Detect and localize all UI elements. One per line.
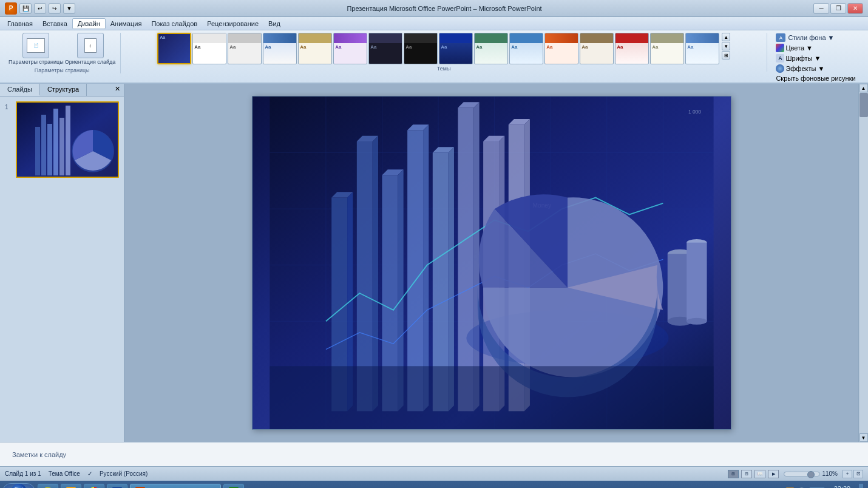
app-logo: P bbox=[5, 2, 17, 15]
taskbar-word[interactable]: W bbox=[107, 484, 127, 488]
zoom-in-btn[interactable]: + bbox=[843, 470, 852, 478]
menu-design[interactable]: Дизайн bbox=[72, 18, 106, 29]
quick-access-customize[interactable]: ▼ bbox=[63, 3, 75, 14]
menu-home[interactable]: Главная bbox=[2, 19, 38, 29]
theme-15[interactable]: Аа bbox=[650, 33, 684, 64]
reading-view-btn[interactable]: 📖 bbox=[754, 470, 765, 478]
main-slide-area: Money 1 000 bbox=[124, 84, 858, 442]
effects-button[interactable]: Эффекты ▼ bbox=[773, 64, 827, 73]
language-status: Русский (Россия) bbox=[100, 470, 147, 477]
menu-animation[interactable]: Анимация bbox=[106, 19, 147, 29]
theme-6[interactable]: Аа bbox=[333, 33, 367, 64]
slide-chart-svg: Money 1 000 bbox=[253, 97, 731, 429]
zoom-slider[interactable] bbox=[784, 472, 820, 476]
slide-canvas[interactable]: Money 1 000 bbox=[252, 96, 731, 430]
theme-9[interactable]: Аа bbox=[439, 33, 473, 64]
panel-tabs: Слайды Структура ✕ bbox=[0, 84, 124, 97]
svg-rect-6 bbox=[66, 106, 70, 175]
hide-bg-button[interactable]: Скрыть фоновые рисунки bbox=[773, 74, 858, 83]
menu-slideshow[interactable]: Показ слайдов bbox=[146, 19, 202, 29]
status-bar: Слайд 1 из 1 Тема Office ✓ Русский (Росс… bbox=[0, 466, 868, 481]
taskbar-powerpoint[interactable]: P Презентация Microsoft... bbox=[130, 484, 221, 488]
slideshow-btn[interactable]: ▶ bbox=[768, 470, 779, 478]
slide-thumbnails: 1 bbox=[0, 97, 124, 442]
theme-scroll-down[interactable]: ▼ bbox=[722, 42, 730, 50]
taskbar-chrome[interactable] bbox=[84, 484, 104, 488]
theme-16[interactable]: Аа bbox=[685, 33, 719, 64]
theme-4[interactable]: Аа bbox=[263, 33, 297, 64]
show-desktop-button[interactable] bbox=[860, 484, 863, 488]
svg-rect-2 bbox=[41, 115, 46, 175]
system-clock[interactable]: 22:39 30.09.2016 bbox=[829, 485, 856, 488]
hide-bg-label: Скрыть фоновые рисунки bbox=[776, 75, 855, 82]
slide-1-item[interactable]: 1 bbox=[5, 101, 119, 178]
svg-point-52 bbox=[687, 318, 707, 325]
theme-14[interactable]: Аа bbox=[615, 33, 649, 64]
window-controls: ─ ❐ ✕ bbox=[813, 3, 863, 14]
menu-bar: Главная Вставка Дизайн Анимация Показ сл… bbox=[0, 17, 868, 30]
theme-11[interactable]: Аа bbox=[509, 33, 543, 64]
theme-10[interactable]: Аа bbox=[474, 33, 508, 64]
svg-rect-5 bbox=[59, 118, 64, 175]
window-restore[interactable]: ❐ bbox=[830, 3, 846, 14]
svg-rect-35 bbox=[458, 108, 473, 412]
taskbar-greenshot[interactable]: 📷 bbox=[223, 484, 244, 488]
tab-outline[interactable]: Структура bbox=[40, 84, 87, 96]
theme-5[interactable]: Аа bbox=[298, 33, 332, 64]
taskbar-explorer[interactable]: 📁 bbox=[61, 484, 81, 488]
svg-rect-4 bbox=[53, 109, 58, 175]
page-setup-group-label: Параметры страницы bbox=[35, 67, 90, 73]
scroll-thumb[interactable] bbox=[860, 93, 868, 117]
slide-count: Слайд 1 из 1 bbox=[5, 470, 41, 477]
quick-access-redo[interactable]: ↪ bbox=[49, 3, 61, 14]
ribbon-page-setup-items: 📄 Параметры страницы ↕ Ориентация слайда bbox=[8, 33, 115, 66]
menu-review[interactable]: Рецензирование bbox=[202, 19, 263, 29]
colors-icon bbox=[776, 44, 784, 52]
menu-view[interactable]: Вид bbox=[263, 19, 285, 29]
theme-name: Тема Office bbox=[49, 470, 80, 477]
svg-rect-51 bbox=[687, 243, 707, 322]
title-bar: P 💾 ↩ ↪ ▼ Презентация Microsoft Office P… bbox=[0, 0, 868, 17]
ribbon-background-group: A Стили фона ▼ Цвета ▼ A Шрифты ▼ Эффект… bbox=[767, 33, 864, 91]
notes-placeholder: Заметки к слайду bbox=[12, 451, 66, 458]
checkmark: ✓ bbox=[87, 470, 92, 477]
theme-scroll-up[interactable]: ▲ bbox=[722, 33, 730, 41]
ribbon: 📄 Параметры страницы ↕ Ориентация слайда… bbox=[0, 30, 868, 84]
zoom-level: 110% bbox=[822, 470, 838, 477]
content-area: Слайды Структура ✕ 1 bbox=[0, 84, 868, 442]
scroll-down-arrow[interactable]: ▼ bbox=[860, 433, 868, 442]
theme-1[interactable]: Аа bbox=[157, 33, 191, 64]
orientation-button[interactable]: ↕ Ориентация слайда bbox=[65, 33, 116, 66]
zoom-fit-btn[interactable]: ⊡ bbox=[853, 470, 863, 478]
taskbar: e 📁 W P Презентация Microsoft... 📷 📶 🔊 R… bbox=[0, 481, 868, 488]
window-minimize[interactable]: ─ bbox=[813, 3, 829, 14]
slide-number-1: 1 bbox=[5, 104, 12, 110]
slide-thumbnail-1[interactable] bbox=[16, 101, 119, 178]
start-button[interactable] bbox=[2, 483, 35, 488]
vertical-scrollbar[interactable]: ▲ ▼ bbox=[858, 84, 868, 442]
theme-scroll-more[interactable]: ⊞ bbox=[722, 51, 730, 59]
svg-point-53 bbox=[11, 484, 27, 488]
taskbar-ie[interactable]: e bbox=[38, 484, 58, 488]
tab-slides[interactable]: Слайды bbox=[0, 84, 40, 96]
theme-2[interactable]: Аа bbox=[192, 33, 226, 64]
normal-view-btn[interactable]: ⊞ bbox=[728, 470, 739, 478]
slide-sorter-btn[interactable]: ⊟ bbox=[741, 470, 752, 478]
theme-7[interactable]: Аа bbox=[368, 33, 402, 64]
theme-8[interactable]: Аа bbox=[404, 33, 438, 64]
menu-insert[interactable]: Вставка bbox=[38, 19, 72, 29]
scroll-up-arrow[interactable]: ▲ bbox=[860, 84, 868, 92]
fonts-button[interactable]: A Шрифты ▼ bbox=[773, 53, 823, 63]
colors-button[interactable]: Цвета ▼ bbox=[773, 43, 815, 53]
page-setup-button[interactable]: 📄 Параметры страницы bbox=[8, 33, 64, 66]
window-close[interactable]: ✕ bbox=[847, 3, 863, 14]
panel-close[interactable]: ✕ bbox=[111, 84, 124, 96]
background-styles-button[interactable]: A Стили фона ▼ bbox=[773, 33, 836, 42]
quick-access-undo[interactable]: ↩ bbox=[34, 3, 46, 14]
theme-3[interactable]: Аа bbox=[228, 33, 262, 64]
theme-13[interactable]: Аа bbox=[580, 33, 614, 64]
zoom-thumb[interactable] bbox=[807, 471, 815, 478]
svg-marker-37 bbox=[473, 102, 479, 411]
quick-access-save[interactable]: 💾 bbox=[19, 3, 32, 14]
theme-12[interactable]: Аа bbox=[544, 33, 578, 64]
